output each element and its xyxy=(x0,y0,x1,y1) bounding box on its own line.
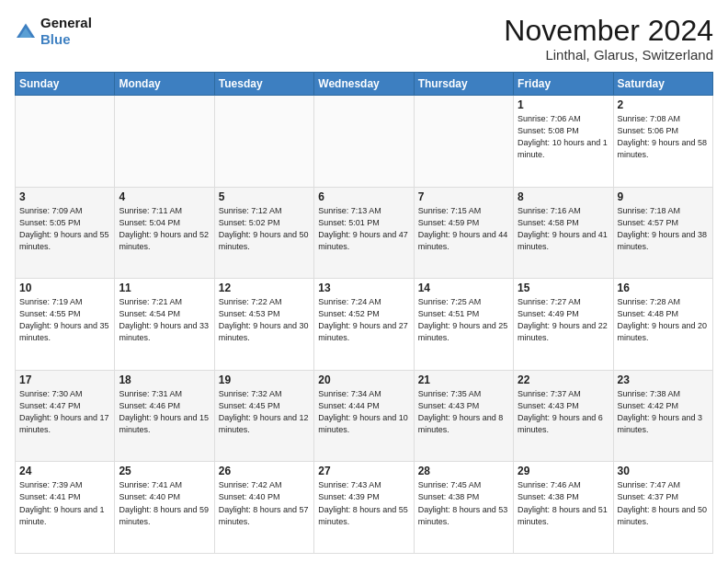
table-row xyxy=(16,96,115,188)
day-number: 18 xyxy=(119,373,210,386)
table-row: 28Sunrise: 7:45 AM Sunset: 4:38 PM Dayli… xyxy=(414,462,513,554)
day-detail: Sunrise: 7:46 AM Sunset: 4:38 PM Dayligh… xyxy=(518,479,609,527)
table-row: 1Sunrise: 7:06 AM Sunset: 5:08 PM Daylig… xyxy=(514,96,613,188)
day-detail: Sunrise: 7:31 AM Sunset: 4:46 PM Dayligh… xyxy=(119,388,210,436)
table-row: 16Sunrise: 7:28 AM Sunset: 4:48 PM Dayli… xyxy=(613,279,712,371)
day-detail: Sunrise: 7:21 AM Sunset: 4:54 PM Dayligh… xyxy=(119,296,210,344)
day-detail: Sunrise: 7:45 AM Sunset: 4:38 PM Dayligh… xyxy=(418,479,509,527)
day-number: 17 xyxy=(19,373,110,386)
day-detail: Sunrise: 7:18 AM Sunset: 4:57 PM Dayligh… xyxy=(618,205,709,253)
day-detail: Sunrise: 7:38 AM Sunset: 4:42 PM Dayligh… xyxy=(618,388,709,436)
table-row xyxy=(214,96,313,188)
day-number: 22 xyxy=(518,373,609,386)
header-monday: Monday xyxy=(115,73,214,96)
table-row xyxy=(414,96,513,188)
day-number: 23 xyxy=(618,373,709,386)
day-number: 30 xyxy=(618,465,709,477)
calendar-week-row: 1Sunrise: 7:06 AM Sunset: 5:08 PM Daylig… xyxy=(16,96,713,188)
header-friday: Friday xyxy=(514,73,613,96)
day-detail: Sunrise: 7:37 AM Sunset: 4:43 PM Dayligh… xyxy=(518,388,609,436)
table-row: 8Sunrise: 7:16 AM Sunset: 4:58 PM Daylig… xyxy=(514,187,613,279)
day-number: 25 xyxy=(119,465,210,477)
day-number: 16 xyxy=(618,282,709,294)
table-row: 26Sunrise: 7:42 AM Sunset: 4:40 PM Dayli… xyxy=(214,462,313,554)
day-detail: Sunrise: 7:47 AM Sunset: 4:37 PM Dayligh… xyxy=(618,479,709,527)
table-row: 5Sunrise: 7:12 AM Sunset: 5:02 PM Daylig… xyxy=(214,187,313,279)
table-row: 2Sunrise: 7:08 AM Sunset: 5:06 PM Daylig… xyxy=(613,96,712,188)
day-number: 15 xyxy=(518,282,609,294)
table-row: 25Sunrise: 7:41 AM Sunset: 4:40 PM Dayli… xyxy=(115,462,214,554)
title-block: November 2024 Linthal, Glarus, Switzerla… xyxy=(504,15,713,63)
table-row: 22Sunrise: 7:37 AM Sunset: 4:43 PM Dayli… xyxy=(514,370,613,462)
table-row: 23Sunrise: 7:38 AM Sunset: 4:42 PM Dayli… xyxy=(613,370,712,462)
day-detail: Sunrise: 7:11 AM Sunset: 5:04 PM Dayligh… xyxy=(119,205,210,253)
day-detail: Sunrise: 7:22 AM Sunset: 4:53 PM Dayligh… xyxy=(219,296,310,344)
day-number: 3 xyxy=(19,190,110,203)
table-row: 24Sunrise: 7:39 AM Sunset: 4:41 PM Dayli… xyxy=(16,462,115,554)
table-row: 30Sunrise: 7:47 AM Sunset: 4:37 PM Dayli… xyxy=(613,462,712,554)
day-detail: Sunrise: 7:34 AM Sunset: 4:44 PM Dayligh… xyxy=(318,388,409,436)
day-detail: Sunrise: 7:41 AM Sunset: 4:40 PM Dayligh… xyxy=(119,479,210,527)
table-row: 17Sunrise: 7:30 AM Sunset: 4:47 PM Dayli… xyxy=(16,370,115,462)
day-number: 14 xyxy=(418,282,509,294)
header-saturday: Saturday xyxy=(613,73,712,96)
table-row: 3Sunrise: 7:09 AM Sunset: 5:05 PM Daylig… xyxy=(16,187,115,279)
day-detail: Sunrise: 7:28 AM Sunset: 4:48 PM Dayligh… xyxy=(618,296,709,344)
table-row: 19Sunrise: 7:32 AM Sunset: 4:45 PM Dayli… xyxy=(214,370,313,462)
calendar-week-row: 10Sunrise: 7:19 AM Sunset: 4:55 PM Dayli… xyxy=(16,279,713,371)
day-detail: Sunrise: 7:09 AM Sunset: 5:05 PM Dayligh… xyxy=(19,205,110,253)
day-number: 10 xyxy=(19,282,110,294)
day-detail: Sunrise: 7:35 AM Sunset: 4:43 PM Dayligh… xyxy=(418,388,509,436)
table-row: 10Sunrise: 7:19 AM Sunset: 4:55 PM Dayli… xyxy=(16,279,115,371)
day-detail: Sunrise: 7:13 AM Sunset: 5:01 PM Dayligh… xyxy=(318,205,409,253)
calendar-week-row: 17Sunrise: 7:30 AM Sunset: 4:47 PM Dayli… xyxy=(16,370,713,462)
table-row: 9Sunrise: 7:18 AM Sunset: 4:57 PM Daylig… xyxy=(613,187,712,279)
day-number: 27 xyxy=(318,465,409,477)
day-number: 21 xyxy=(418,373,509,386)
table-row: 7Sunrise: 7:15 AM Sunset: 4:59 PM Daylig… xyxy=(414,187,513,279)
calendar-header-row: Sunday Monday Tuesday Wednesday Thursday… xyxy=(16,73,713,96)
header-wednesday: Wednesday xyxy=(314,73,414,96)
day-detail: Sunrise: 7:43 AM Sunset: 4:39 PM Dayligh… xyxy=(318,479,409,527)
page: General Blue November 2024 Linthal, Glar… xyxy=(0,0,728,563)
logo: General Blue xyxy=(15,15,92,48)
table-row: 21Sunrise: 7:35 AM Sunset: 4:43 PM Dayli… xyxy=(414,370,513,462)
day-detail: Sunrise: 7:25 AM Sunset: 4:51 PM Dayligh… xyxy=(418,296,509,344)
day-number: 19 xyxy=(219,373,310,386)
day-detail: Sunrise: 7:16 AM Sunset: 4:58 PM Dayligh… xyxy=(518,205,609,253)
day-detail: Sunrise: 7:30 AM Sunset: 4:47 PM Dayligh… xyxy=(19,388,110,436)
table-row xyxy=(314,96,414,188)
day-detail: Sunrise: 7:42 AM Sunset: 4:40 PM Dayligh… xyxy=(219,479,310,527)
table-row: 12Sunrise: 7:22 AM Sunset: 4:53 PM Dayli… xyxy=(214,279,313,371)
calendar-table: Sunday Monday Tuesday Wednesday Thursday… xyxy=(15,72,713,554)
header: General Blue November 2024 Linthal, Glar… xyxy=(15,15,713,63)
table-row xyxy=(115,96,214,188)
header-tuesday: Tuesday xyxy=(214,73,313,96)
table-row: 15Sunrise: 7:27 AM Sunset: 4:49 PM Dayli… xyxy=(514,279,613,371)
day-detail: Sunrise: 7:27 AM Sunset: 4:49 PM Dayligh… xyxy=(518,296,609,344)
day-number: 1 xyxy=(518,98,609,111)
day-number: 26 xyxy=(219,465,310,477)
day-detail: Sunrise: 7:32 AM Sunset: 4:45 PM Dayligh… xyxy=(219,388,310,436)
calendar-week-row: 3Sunrise: 7:09 AM Sunset: 5:05 PM Daylig… xyxy=(16,187,713,279)
table-row: 6Sunrise: 7:13 AM Sunset: 5:01 PM Daylig… xyxy=(314,187,414,279)
day-number: 9 xyxy=(618,190,709,203)
logo-text: General Blue xyxy=(40,15,92,48)
day-number: 29 xyxy=(518,465,609,477)
day-number: 5 xyxy=(219,190,310,203)
day-detail: Sunrise: 7:12 AM Sunset: 5:02 PM Dayligh… xyxy=(219,205,310,253)
main-title: November 2024 xyxy=(504,15,713,47)
day-number: 20 xyxy=(318,373,409,386)
day-number: 12 xyxy=(219,282,310,294)
day-detail: Sunrise: 7:08 AM Sunset: 5:06 PM Dayligh… xyxy=(618,113,709,161)
calendar-week-row: 24Sunrise: 7:39 AM Sunset: 4:41 PM Dayli… xyxy=(16,462,713,554)
day-detail: Sunrise: 7:39 AM Sunset: 4:41 PM Dayligh… xyxy=(19,479,110,527)
day-number: 7 xyxy=(418,190,509,203)
day-number: 28 xyxy=(418,465,509,477)
day-number: 6 xyxy=(318,190,409,203)
day-number: 24 xyxy=(19,465,110,477)
day-detail: Sunrise: 7:15 AM Sunset: 4:59 PM Dayligh… xyxy=(418,205,509,253)
table-row: 18Sunrise: 7:31 AM Sunset: 4:46 PM Dayli… xyxy=(115,370,214,462)
table-row: 20Sunrise: 7:34 AM Sunset: 4:44 PM Dayli… xyxy=(314,370,414,462)
table-row: 29Sunrise: 7:46 AM Sunset: 4:38 PM Dayli… xyxy=(514,462,613,554)
